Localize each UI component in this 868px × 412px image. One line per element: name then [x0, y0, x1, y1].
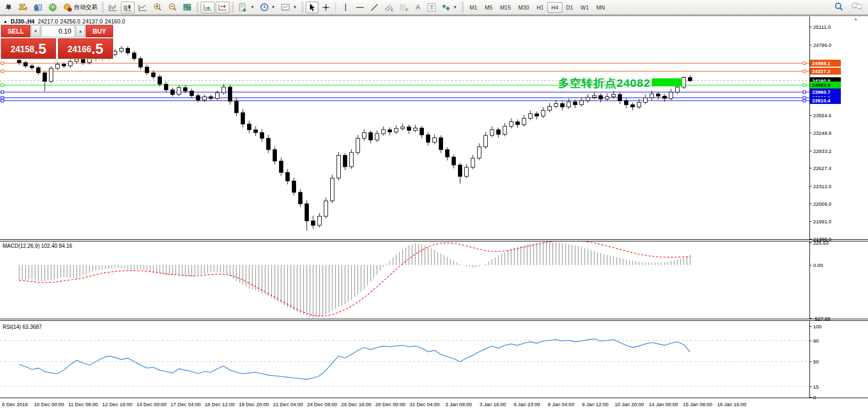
rsi-panel[interactable] — [0, 321, 868, 398]
chevron-down-icon[interactable]: ▼ — [293, 5, 297, 10]
timeframe-m5[interactable]: M5 — [481, 2, 496, 13]
price-tick: 23248.8 — [813, 130, 831, 135]
toolbar-grip[interactable] — [462, 2, 464, 13]
text-tool-button[interactable]: A — [412, 2, 424, 13]
panel-expand-icon[interactable]: ▲ — [3, 19, 7, 24]
candlestick-chart[interactable] — [0, 17, 868, 239]
trendline-button[interactable] — [368, 2, 381, 13]
auto-scroll-button[interactable] — [201, 2, 215, 13]
scroll-to-end-marker[interactable]: ▲ — [854, 17, 858, 21]
timeframe-h1[interactable]: H1 — [533, 2, 547, 13]
rsi-tick: 80 — [813, 337, 819, 343]
autotrade-label: 自动交易 — [74, 3, 97, 11]
date-label: 10 Dec 00:00 — [34, 401, 64, 407]
tick-mark — [809, 326, 812, 327]
sell-button[interactable]: SELL — [1, 25, 30, 37]
price-badge: 24082.9 — [810, 82, 841, 88]
sell-price-display[interactable]: 24158.5 — [1, 38, 56, 59]
date-label: 21 Dec 04:00 — [273, 401, 304, 407]
periods-button[interactable]: ▼ — [258, 2, 277, 13]
timeframe-d1[interactable]: D1 — [562, 2, 577, 13]
equidistant-channel-button[interactable]: E — [382, 2, 396, 13]
timeframe-h4[interactable]: H4 — [547, 2, 562, 13]
toolbar-grip[interactable] — [102, 2, 104, 13]
search-icon[interactable] — [834, 2, 844, 13]
chat-icon[interactable] — [851, 2, 863, 13]
panel-separator[interactable] — [0, 239, 868, 241]
buy-button[interactable]: BUY — [86, 25, 113, 37]
rsi-tick: 15 — [813, 384, 819, 390]
date-label: 19 Dec 20:00 — [239, 401, 269, 407]
tick-mark — [809, 45, 812, 45]
tick-mark — [809, 386, 812, 387]
market-watch-icon[interactable] — [16, 2, 30, 13]
text-label-tool-button[interactable]: T — [425, 2, 438, 13]
candlestick-chart-button[interactable] — [121, 2, 135, 13]
tick-mark — [809, 361, 812, 362]
price-tick: 22933.2 — [813, 148, 831, 154]
date-axis[interactable]: 6 Dec 201810 Dec 00:0011 Dec 08:0012 Dec… — [0, 399, 868, 412]
date-label: 17 Dec 04:00 — [170, 401, 201, 407]
new-order-button[interactable]: 单 — [2, 2, 15, 13]
timeframe-m30[interactable]: M30 — [514, 2, 533, 13]
rsi-line — [19, 339, 690, 379]
tick-mark — [809, 204, 812, 204]
macd-label: MACD(12,26,9) 102.40 84.16 — [3, 243, 72, 249]
add-indicator-button[interactable]: ▼ — [236, 2, 257, 13]
volume-increase-button[interactable]: ▲ — [76, 25, 85, 37]
price-badge: 24327.2 — [810, 68, 841, 75]
date-label: 24 Dec 08:00 — [307, 401, 338, 407]
date-label: 15 Jan 08:00 — [683, 401, 713, 407]
date-label: 12 Dec 16:00 — [102, 401, 133, 407]
zoom-in-button[interactable] — [151, 2, 165, 13]
date-label: 10 Jan 20:00 — [615, 401, 644, 407]
cursor-button[interactable] — [306, 2, 318, 13]
toolbar-grip[interactable] — [196, 2, 199, 13]
toolbar-grip[interactable] — [232, 2, 234, 13]
tick-mark — [809, 318, 812, 319]
macd-panel[interactable] — [0, 241, 868, 319]
tick-mark — [809, 243, 812, 243]
terminal-icon[interactable] — [46, 2, 60, 13]
macd-tick: 0.00 — [813, 262, 823, 268]
annotation-text[interactable]: 多空转折点24082 — [558, 76, 650, 91]
zoom-out-button[interactable] — [166, 2, 179, 13]
date-label: 14 Jan 00:00 — [649, 401, 678, 407]
tick-mark — [809, 27, 812, 27]
vertical-line-button[interactable] — [339, 2, 352, 13]
bars-chart-button[interactable] — [106, 2, 120, 13]
crosshair-button[interactable] — [320, 2, 332, 13]
tile-windows-button[interactable] — [181, 2, 194, 13]
templates-button[interactable]: ▼ — [279, 2, 299, 13]
autotrade-button[interactable]: 自动交易 — [61, 2, 100, 13]
price-tick: 22627.4 — [813, 165, 831, 171]
volume-input[interactable] — [41, 25, 75, 37]
buy-price-display[interactable]: 24166.5 — [58, 38, 113, 59]
line-chart-button[interactable] — [136, 2, 150, 13]
timeframe-m15[interactable]: M15 — [496, 2, 514, 13]
date-label: 14 Dec 00:00 — [136, 401, 167, 407]
tick-mark — [809, 133, 812, 133]
timeframe-mn[interactable]: MN — [593, 2, 609, 13]
price-tick: 21691.0 — [813, 219, 831, 224]
toolbar: 单 自动交易 — [0, 0, 868, 15]
timeframe-w1[interactable]: W1 — [577, 2, 593, 13]
date-label: 2 Jan 08:00 — [445, 401, 472, 407]
chevron-down-icon[interactable]: ▼ — [250, 5, 255, 10]
toolbar-grip[interactable] — [301, 2, 304, 13]
navigator-icon[interactable] — [31, 2, 45, 13]
fibonacci-button[interactable]: F — [397, 2, 411, 13]
arrows-tool-button[interactable]: ▼ — [439, 2, 460, 13]
date-label: 9 Jan 12:00 — [582, 401, 609, 407]
horizontal-line-button[interactable] — [353, 2, 367, 13]
volume-decrease-button[interactable]: ▼ — [31, 25, 40, 37]
chart-shift-button[interactable] — [216, 2, 230, 13]
date-label: 16 Jan 16:00 — [717, 401, 747, 407]
mt4-terminal: 单 自动交易 — [0, 0, 868, 412]
annotation-rectangle[interactable] — [652, 78, 682, 86]
date-label: 6 Jan 23:00 — [514, 401, 541, 407]
chevron-down-icon[interactable]: ▼ — [271, 5, 275, 10]
timeframe-m1[interactable]: M1 — [466, 2, 481, 13]
panel-separator[interactable] — [0, 319, 868, 321]
chevron-down-icon[interactable]: ▼ — [453, 5, 457, 10]
